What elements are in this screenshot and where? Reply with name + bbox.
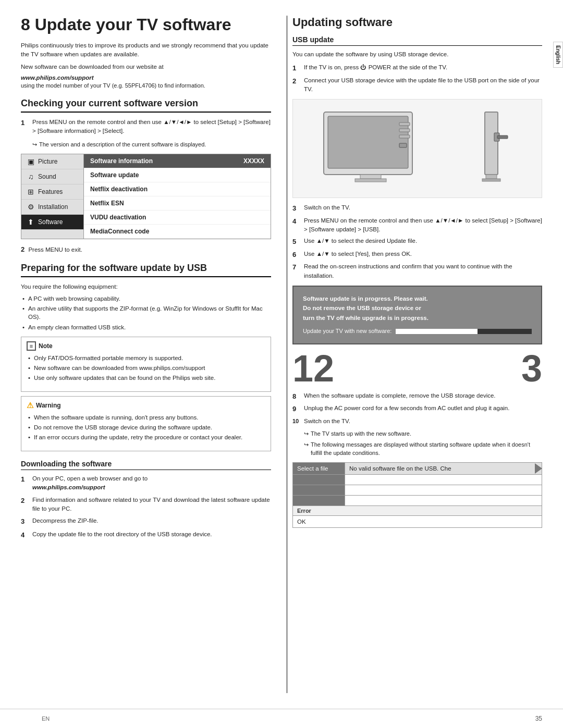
menu-item-installation[interactable]: ⚙ Installation	[21, 200, 83, 215]
menu-ui: ▣ Picture ♫ Sound ⊞ Features ⚙	[21, 154, 271, 239]
note-title: ≡ Note	[27, 341, 265, 351]
arrow-note-1: The TV starts up with the new software.	[304, 430, 542, 438]
download-step-2: 2 Find information and software related …	[21, 496, 271, 514]
right-column: Updating software USB update You can upd…	[287, 16, 542, 693]
usb-step-10-text: Switch on the TV.	[304, 417, 350, 426]
usb-step-num-2: 2	[292, 76, 302, 94]
dl-step-num-3: 3	[21, 516, 30, 527]
menu-right-software-update[interactable]: Software update	[84, 168, 271, 182]
usb-step-num-6: 6	[292, 250, 302, 260]
downloading-section: Downloading the software 1 On your PC, o…	[21, 460, 271, 540]
usb-step-num-3: 3	[292, 203, 302, 214]
no-valid-text: No valid software file on the USB. Che	[349, 465, 451, 472]
new-software-text: New software can be downloaded from our …	[21, 63, 271, 71]
menu-right-mediaconnect[interactable]: MediaConnect code	[84, 225, 271, 239]
dl-step-2-text: Find information and software related to…	[32, 496, 271, 514]
usb-step-6: 6 Use ▲/▼ to select [Yes], then press OK…	[292, 250, 542, 260]
progress-bar-fill	[396, 329, 477, 334]
sound-icon: ♫	[27, 172, 35, 181]
dl-step-1-text: On your PC, open a web browser and go to…	[32, 474, 271, 492]
svg-rect-8	[485, 112, 498, 175]
preparing-section-title: Preparing for the software update by USB	[21, 263, 271, 277]
usb-update-title: USB update	[292, 35, 542, 46]
warning-item-2: Do not remove the USB storage device dur…	[27, 423, 265, 431]
menu-item-picture[interactable]: ▣ Picture	[21, 154, 83, 169]
empty-right-1	[345, 474, 542, 485]
usb-step-num-7: 7	[292, 262, 302, 280]
note-item-1: Only FAT/DOS-formatted portable memory i…	[27, 354, 265, 362]
svg-rect-12	[482, 179, 500, 181]
file-select-row: Select a file No valid software file on …	[293, 462, 542, 474]
menu-label-picture: Picture	[38, 158, 57, 165]
dl-step-4-text: Copy the update file to the root directo…	[32, 530, 271, 540]
menu-right: Software information XXXXX Software upda…	[84, 154, 271, 239]
empty-row-1	[293, 474, 542, 485]
svg-rect-3	[355, 179, 386, 182]
usb-step-9: 9 Unplug the AC power cord for a few sec…	[292, 404, 542, 414]
usb-step-5-text: Use ▲/▼ to select the desired Update fil…	[304, 237, 417, 247]
menu-right-vudu[interactable]: VUDU deactivation	[84, 211, 271, 225]
svg-rect-5	[399, 129, 410, 132]
svg-rect-6	[399, 135, 410, 138]
progress-line3: turn the TV off while upgrade is in prog…	[303, 313, 532, 323]
usb-step-2: 2 Connect your USB storage device with t…	[292, 76, 542, 94]
dl-step-num-1: 1	[21, 474, 30, 492]
big-numbers: 12 3	[292, 350, 542, 387]
check-steps: 1 Press MENU on the remote control and t…	[21, 118, 271, 136]
warning-title: ⚠ Warning	[27, 401, 265, 410]
check-step-1-text: Press MENU on the remote control and the…	[32, 118, 271, 136]
usb-step-2-text: Connect your USB storage device with the…	[304, 76, 542, 94]
warning-box: ⚠ Warning When the software update is ru…	[21, 396, 271, 451]
empty-left-2	[293, 485, 345, 495]
menu-item-sound[interactable]: ♫ Sound	[21, 169, 83, 184]
website-link[interactable]: www.philips.com/support	[21, 75, 271, 81]
usb-step-5: 5 Use ▲/▼ to select the desired Update f…	[292, 237, 542, 247]
svg-rect-2	[360, 175, 381, 179]
progress-bar-row: Update your TV with new software:	[303, 327, 532, 336]
check-arrow-note: The version and a description of the cur…	[32, 141, 271, 149]
tv-diagram	[292, 99, 542, 198]
usb-step-num-8: 8	[292, 391, 302, 402]
menu-label-installation: Installation	[38, 203, 68, 211]
menu-label-features: Features	[38, 188, 63, 195]
no-valid-cell: No valid software file on the USB. Che	[345, 462, 542, 474]
usb-step-num-1: 1	[292, 63, 302, 73]
website-sub: using the model number of your TV (e.g. …	[21, 82, 271, 89]
installation-icon: ⚙	[27, 203, 35, 211]
software-icon: ⬆	[27, 218, 35, 226]
empty-row-3	[293, 495, 542, 505]
download-step-3: 3 Decompress the ZIP-file.	[21, 516, 271, 527]
empty-row-2	[293, 485, 542, 495]
menu-right-netflix-esn[interactable]: Netflix ESN	[84, 196, 271, 211]
usb-intro: You can update the software by using USB…	[292, 50, 542, 59]
usb-steps-3: 8 When the software update is complete, …	[292, 391, 542, 426]
error-label-row: Error	[293, 505, 542, 515]
ok-cell[interactable]: OK	[293, 515, 542, 527]
dl-step-num-2: 2	[21, 496, 30, 514]
big-num-12: 12	[292, 350, 334, 387]
bullet-pc: A PC with web browsing capability.	[21, 294, 271, 303]
usb-section: USB update You can update the software b…	[292, 35, 542, 528]
download-step-4: 4 Copy the update file to the root direc…	[21, 530, 271, 540]
menu-right-software-info[interactable]: Software information XXXXX	[84, 154, 271, 168]
warning-item-3: If an error occurs during the update, re…	[27, 433, 265, 441]
step-number-1: 1	[21, 118, 30, 136]
dl-step-3-text: Decompress the ZIP-file.	[32, 516, 271, 527]
software-info-label: Software information	[90, 157, 153, 165]
usb-step-num-9: 9	[292, 404, 302, 414]
check-section: Checking your current software version 1…	[21, 98, 271, 253]
menu-item-features[interactable]: ⊞ Features	[21, 184, 83, 200]
dl-step-num-4: 4	[21, 530, 30, 540]
en-label: EN	[21, 713, 70, 724]
usb-step-4: 4 Press MENU on the remote control and t…	[292, 216, 542, 235]
menu-item-software[interactable]: ⬆ Software	[21, 215, 83, 230]
dl-website[interactable]: www.philips.com/support	[32, 484, 105, 490]
empty-right-2	[345, 485, 542, 495]
usb-step-1: 1 If the TV is on, press ⏻ POWER at the …	[292, 63, 542, 73]
usb-step-8: 8 When the software update is complete, …	[292, 391, 542, 402]
menu-label-software: Software	[38, 218, 63, 226]
download-step-1: 1 On your PC, open a web browser and go …	[21, 474, 271, 492]
menu-right-netflix-deact[interactable]: Netflix deactivation	[84, 182, 271, 196]
error-label-cell: Error	[293, 505, 542, 515]
language-tab: English	[553, 42, 563, 68]
